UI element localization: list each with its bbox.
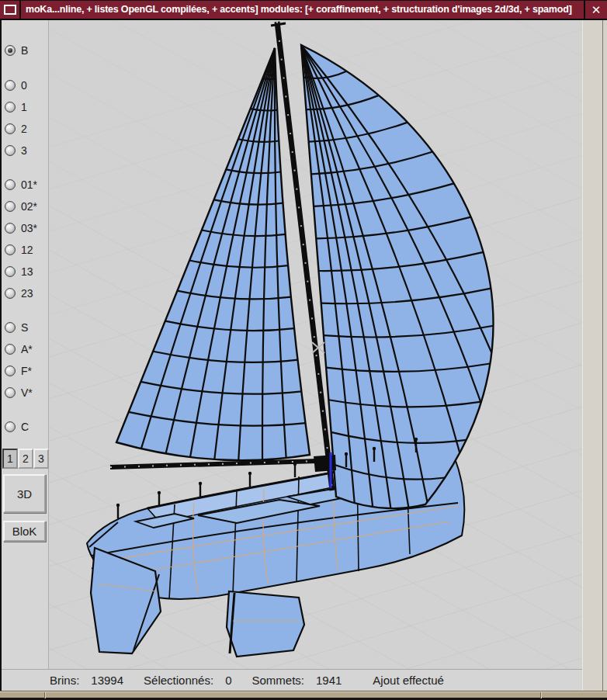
radio-icon[interactable] [5, 102, 16, 113]
radio-icon[interactable] [5, 244, 16, 255]
status-message: Ajout effectué [373, 674, 443, 687]
sidebar: B 0 1 2 3 01* 02* 03* 12 13 23 S A* F* V… [0, 20, 49, 691]
view-button-3[interactable]: 3 [33, 449, 49, 469]
sidebar-radio-12[interactable]: 12 [5, 244, 33, 256]
sailboat-model [87, 22, 493, 657]
bottom-window-frame[interactable] [0, 691, 607, 700]
title-bar: moKa...nline, + listes OpenGL compilées,… [0, 0, 607, 20]
radio-icon[interactable] [5, 223, 16, 234]
window-title: moKa...nline, + listes OpenGL compilées,… [21, 1, 584, 19]
sidebar-radio-02[interactable]: 02* [5, 200, 37, 213]
radio-icon[interactable] [5, 266, 16, 277]
radio-icon[interactable] [5, 322, 16, 333]
view-button-2[interactable]: 2 [18, 449, 33, 469]
window-menu-button[interactable] [0, 1, 21, 19]
window-menu-icon [4, 5, 16, 15]
close-button[interactable]: ✕ [584, 1, 607, 19]
close-icon: ✕ [591, 3, 602, 17]
status-brins-value: 13994 [91, 674, 123, 687]
viewport-3d[interactable] [49, 20, 582, 669]
frame-notch-left [44, 692, 45, 698]
3d-button[interactable]: 3D [3, 474, 46, 513]
status-brins-label: Brins: [50, 674, 79, 687]
sidebar-radio-03[interactable]: 03* [5, 222, 37, 234]
radio-icon[interactable] [5, 145, 16, 156]
sidebar-radio-v[interactable]: V* [5, 386, 33, 399]
radio-icon[interactable] [5, 421, 16, 432]
radio-icon[interactable] [5, 123, 16, 134]
radio-icon[interactable] [5, 179, 16, 190]
status-bar: Brins: 13994 Sélectionnés: 0 Sommets: 19… [2, 669, 582, 691]
sidebar-radio-01[interactable]: 01* [5, 178, 37, 191]
radio-icon[interactable] [5, 344, 16, 355]
sidebar-radio-f[interactable]: F* [5, 365, 32, 377]
radio-icon[interactable] [5, 201, 16, 212]
sidebar-radio-c[interactable]: C [5, 421, 29, 433]
sidebar-radio-s[interactable]: S [5, 321, 28, 334]
sidebar-radio-13[interactable]: 13 [5, 265, 33, 278]
radio-icon[interactable] [5, 80, 16, 91]
radio-icon[interactable] [5, 288, 16, 299]
radio-icon[interactable] [5, 366, 16, 376]
right-window-frame [582, 20, 607, 691]
status-selected-label: Sélectionnés: [144, 674, 213, 687]
radio-icon[interactable] [5, 45, 16, 56]
sidebar-radio-23[interactable]: 23 [5, 287, 33, 300]
status-selected-value: 0 [225, 674, 231, 687]
radio-icon[interactable] [5, 387, 16, 398]
sidebar-radio-3[interactable]: 3 [5, 144, 27, 157]
sidebar-radio-b[interactable]: B [5, 44, 28, 57]
sidebar-radio-0[interactable]: 0 [5, 79, 27, 92]
view-button-1[interactable]: 1 [2, 449, 18, 469]
blok-button[interactable]: BloK [3, 521, 46, 542]
sidebar-radio-2[interactable]: 2 [5, 123, 27, 135]
frame-notch-right [540, 692, 541, 698]
status-sommets-value: 1941 [316, 674, 342, 687]
app-window: moKa...nline, + listes OpenGL compilées,… [0, 0, 607, 700]
sidebar-radio-a[interactable]: A* [5, 343, 33, 355]
sidebar-radio-1[interactable]: 1 [5, 101, 27, 113]
status-sommets-label: Sommets: [251, 674, 304, 687]
